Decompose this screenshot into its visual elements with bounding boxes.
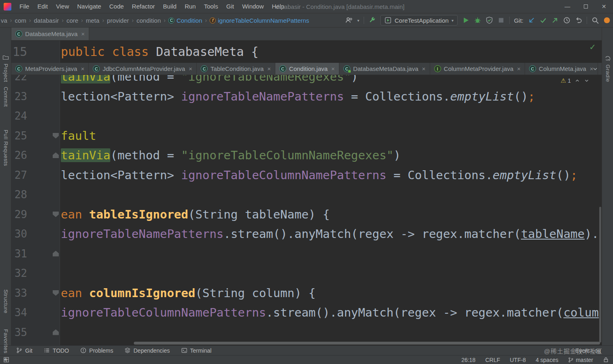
horizontal-scrollbar[interactable] xyxy=(134,342,600,345)
users-dropdown-icon[interactable]: ▾ xyxy=(357,18,359,23)
tab-label: Condition.java xyxy=(289,65,328,72)
top-editor-pane[interactable]: 15 public class DatabaseMeta { ✓ xyxy=(11,41,602,63)
tool-button-label: TODO xyxy=(53,347,69,354)
breadcrumb-item-meta[interactable]: meta xyxy=(86,17,99,24)
code-line: 27lection<Pattern> ignoreTableColumnName… xyxy=(11,165,602,185)
code-line: 32 xyxy=(11,263,602,283)
inspections-ok-icon[interactable]: ✓ xyxy=(589,42,596,52)
stripe-favorites[interactable]: Favorites★ xyxy=(0,329,11,362)
menu-refactor[interactable]: Refactor xyxy=(128,0,159,13)
users-icon[interactable] xyxy=(345,17,353,24)
menu-build[interactable]: Build xyxy=(159,0,180,13)
code-editor[interactable]: 22tainVia(method = "ignoreTableNameRegex… xyxy=(11,75,602,345)
tab-columnmetaprovider-java[interactable]: IColumnMetaProvider.java× xyxy=(430,63,525,75)
menu-edit[interactable]: Edit xyxy=(33,0,52,13)
run-button[interactable] xyxy=(462,17,469,24)
tool-button-terminal[interactable]: Terminal xyxy=(181,347,212,354)
sticky-code-text: public class DatabaseMeta { xyxy=(61,41,602,63)
run-configuration-select[interactable]: CoreTestApplication ▾ xyxy=(380,15,457,26)
tool-button-label: Problems xyxy=(89,347,113,354)
close-button[interactable]: ✕ xyxy=(595,0,613,13)
next-problem-icon[interactable] xyxy=(584,78,589,84)
wrench-icon[interactable] xyxy=(369,17,376,24)
tool-button-dependencies[interactable]: Dependencies xyxy=(124,347,170,354)
menu-view[interactable]: View xyxy=(52,0,73,13)
breadcrumb-separator: › xyxy=(29,17,31,24)
breadcrumb-separator: › xyxy=(164,17,166,24)
close-icon[interactable]: × xyxy=(517,65,521,72)
line-number: 35 xyxy=(11,323,27,342)
close-icon[interactable]: × xyxy=(331,65,335,72)
menu-run[interactable]: Run xyxy=(180,0,200,13)
tab-jdbccolumnmetaprovider-java[interactable]: CJdbcColumnMetaProvider.java× xyxy=(89,63,197,75)
fold-marker[interactable] xyxy=(53,152,59,158)
menu-tools[interactable]: Tools xyxy=(200,0,222,13)
code-lines: 22tainVia(method = "ignoreTableNameRegex… xyxy=(11,75,602,342)
breadcrumb-class[interactable]: CCondition xyxy=(168,17,202,24)
fold-marker[interactable] xyxy=(53,251,59,257)
breadcrumb-item-va[interactable]: va xyxy=(1,17,7,24)
push-button[interactable] xyxy=(551,17,559,24)
minimize-button[interactable]: — xyxy=(558,0,577,13)
stripe-commit[interactable]: Commit xyxy=(0,87,11,107)
tab-databasemetadata-java[interactable]: CDatabaseMetaData.java× xyxy=(339,63,430,75)
chevron-down-icon[interactable] xyxy=(592,66,598,72)
update-project-button[interactable] xyxy=(528,17,535,24)
fold-marker[interactable] xyxy=(53,290,59,296)
maximize-button[interactable] xyxy=(577,0,595,13)
fold-marker[interactable] xyxy=(53,212,59,217)
stripe-label: Gradle xyxy=(605,64,611,82)
inspections-widget[interactable]: ⚠ 1 xyxy=(561,77,589,84)
tab-condition-java[interactable]: CCondition.java× xyxy=(275,63,339,75)
close-icon[interactable]: × xyxy=(422,65,426,72)
close-icon[interactable]: × xyxy=(81,30,85,37)
caret-position[interactable]: 26:18 xyxy=(461,357,476,363)
menu-file[interactable]: File xyxy=(15,0,33,13)
tool-button-problems[interactable]: Problems xyxy=(80,347,113,354)
indent-style[interactable]: 4 spaces xyxy=(536,357,558,363)
tool-button-git[interactable]: Git xyxy=(16,347,32,354)
prev-problem-icon[interactable] xyxy=(574,78,580,84)
menu-window[interactable]: Window xyxy=(238,0,268,13)
rollback-button[interactable] xyxy=(575,17,582,24)
breadcrumb-item-condition[interactable]: condition xyxy=(137,17,161,24)
stripe-structure[interactable]: Structure xyxy=(0,289,11,313)
tab-tablecondition-java[interactable]: CTableCondition.java× xyxy=(197,63,275,75)
close-icon[interactable]: × xyxy=(189,65,193,72)
vertical-scrollbar[interactable] xyxy=(599,207,601,343)
breadcrumb-separator: › xyxy=(132,17,134,24)
menu-git[interactable]: Git xyxy=(222,0,238,13)
debug-button[interactable] xyxy=(474,17,481,24)
commit-button[interactable] xyxy=(540,17,547,24)
stripe-gradle[interactable]: Gradle xyxy=(602,55,613,82)
close-icon[interactable]: × xyxy=(267,65,271,72)
history-button[interactable] xyxy=(563,17,570,24)
tool-button-todo[interactable]: TODO xyxy=(44,347,69,354)
tab-label: ColumnMeta.java xyxy=(539,65,586,72)
file-encoding[interactable]: UTF-8 xyxy=(510,357,526,363)
tab-columnmeta-java[interactable]: CColumnMeta.java× xyxy=(525,63,598,75)
run-with-coverage-button[interactable] xyxy=(486,17,493,24)
fold-marker[interactable] xyxy=(53,133,59,139)
tab-metaproviders-java[interactable]: CMetaProviders.java× xyxy=(11,63,89,75)
close-icon[interactable]: × xyxy=(81,65,84,72)
stripe-pull-requests[interactable]: Pull Requests xyxy=(0,130,11,166)
tab-databasemeta-java[interactable]: C DatabaseMeta.java × xyxy=(11,28,89,40)
notifications-icon[interactable] xyxy=(603,17,611,24)
code-text: ean columnIsIgnored(String column) { xyxy=(61,283,602,303)
line-separator[interactable]: CRLF xyxy=(485,357,500,363)
stop-button[interactable] xyxy=(497,17,505,24)
lock-icon[interactable] xyxy=(603,357,609,363)
breadcrumb-item-provider[interactable]: provider xyxy=(107,17,129,24)
breadcrumb-member[interactable]: fignoreTableColumnNamePatterns xyxy=(210,17,309,24)
search-everywhere-button[interactable] xyxy=(592,17,599,24)
fold-marker[interactable] xyxy=(53,330,59,335)
menu-code[interactable]: Code xyxy=(105,0,128,13)
line-number: 22 xyxy=(11,75,27,87)
breadcrumb-item-core[interactable]: core xyxy=(66,17,78,24)
breadcrumb-item-com[interactable]: com xyxy=(15,17,26,24)
breadcrumb-item-databasir[interactable]: databasir xyxy=(34,17,59,24)
stripe-project[interactable]: Project xyxy=(0,54,11,82)
git-branch-widget[interactable]: master xyxy=(568,357,593,363)
menu-navigate[interactable]: Navigate xyxy=(73,0,105,13)
